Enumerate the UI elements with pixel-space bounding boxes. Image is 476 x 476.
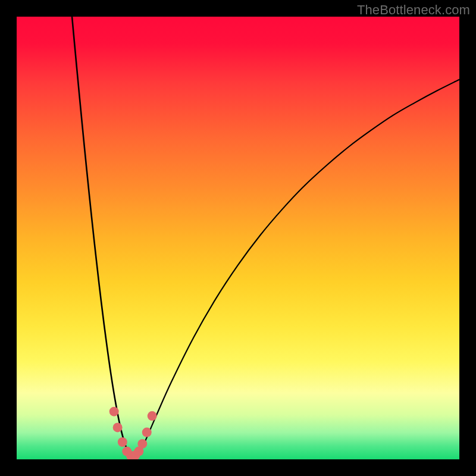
chart-svg	[17, 17, 459, 459]
chart-stage: TheBottleneck.com	[0, 0, 476, 476]
valley-marker	[148, 411, 157, 421]
valley-marker	[118, 437, 127, 447]
valley-marker	[113, 422, 123, 432]
valley-marker	[137, 439, 147, 449]
curve-right-branch	[136, 80, 459, 459]
valley-marker	[142, 428, 152, 437]
plot-area	[17, 17, 459, 459]
curve-left-branch	[72, 17, 136, 459]
watermark-text: TheBottleneck.com	[357, 2, 470, 18]
valley-marker	[109, 407, 119, 416]
